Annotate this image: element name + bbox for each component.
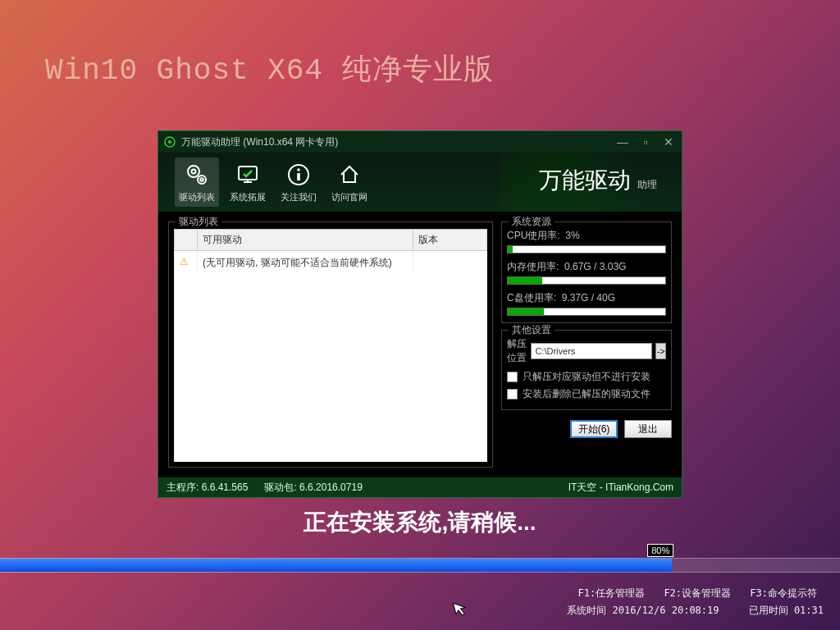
toolbar-driver-list[interactable]: 驱动列表 bbox=[175, 158, 219, 207]
extract-label: 解压位置 bbox=[507, 337, 527, 365]
maximize-button[interactable]: ▫ bbox=[637, 135, 654, 148]
fn-devmgr: F2:设备管理器 bbox=[664, 587, 731, 599]
elapsed-time: 01:31 bbox=[794, 605, 824, 616]
install-progress: 80% bbox=[0, 558, 840, 573]
toolbar: 驱动列表 系统拓展 关注我们 访问官网 万能驱动 助理 bbox=[158, 153, 682, 212]
svg-point-2 bbox=[188, 166, 199, 177]
titlebar[interactable]: 万能驱动助理 (Win10.x64 网卡专用) — ▫ ✕ bbox=[158, 131, 682, 153]
warning-icon: ⚠ bbox=[180, 256, 189, 267]
toolbar-follow-us[interactable]: 关注我们 bbox=[276, 158, 321, 207]
statusbar: 主程序: 6.6.41.565 驱动包: 6.6.2016.0719 IT天空 … bbox=[158, 477, 682, 497]
status-site: IT天空 - ITianKong.Com bbox=[568, 481, 673, 495]
svg-point-4 bbox=[198, 176, 206, 184]
exit-button[interactable]: 退出 bbox=[624, 420, 672, 438]
status-driver: 驱动包: 6.6.2016.0719 bbox=[264, 482, 362, 493]
monitor-icon bbox=[235, 162, 261, 188]
driver-list-panel: 驱动列表 可用驱动 版本 ⚠ (无可用驱动, 驱动可能不适合当前硬件系统) bbox=[168, 221, 493, 468]
checkbox-extract-only[interactable] bbox=[507, 372, 518, 382]
cpu-usage: CPU使用率: 3% bbox=[507, 229, 666, 253]
table-row: ⚠ (无可用驱动, 驱动可能不适合当前硬件系统) bbox=[175, 251, 487, 274]
svg-point-3 bbox=[192, 169, 196, 173]
progress-percent: 80% bbox=[647, 544, 673, 557]
disk-usage: C盘使用率: 9.37G / 40G bbox=[507, 291, 666, 316]
installing-message: 正在安装系统,请稍候... bbox=[0, 507, 840, 538]
svg-point-1 bbox=[168, 140, 171, 144]
other-settings-panel: 其他设置 解压位置 -> 只解压对应驱动但不进行安装 安装后删除已解压的驱动文件 bbox=[501, 330, 672, 410]
col-version[interactable]: 版本 bbox=[413, 230, 487, 251]
window-title: 万能驱动助理 (Win10.x64 网卡专用) bbox=[181, 135, 338, 149]
svg-point-8 bbox=[297, 168, 300, 171]
home-icon bbox=[336, 162, 363, 188]
toolbar-visit-site[interactable]: 访问官网 bbox=[327, 158, 372, 207]
close-button[interactable]: ✕ bbox=[660, 135, 677, 148]
toolbar-system-ext[interactable]: 系统拓展 bbox=[226, 158, 270, 207]
brand: 万能驱动 助理 bbox=[539, 165, 657, 196]
footer-info: F1:任务管理器 F2:设备管理器 F3:命令提示符 系统时间 2016/12/… bbox=[567, 585, 824, 620]
page-title: Win10 Ghost X64 纯净专业版 bbox=[45, 49, 494, 89]
gear-icon bbox=[184, 162, 210, 188]
minimize-button[interactable]: — bbox=[614, 135, 631, 148]
driver-table: 可用驱动 版本 ⚠ (无可用驱动, 驱动可能不适合当前硬件系统) bbox=[174, 229, 487, 462]
svg-point-5 bbox=[200, 178, 203, 181]
status-main: 主程序: 6.6.41.565 bbox=[167, 482, 248, 493]
system-time: 2016/12/6 20:08:19 bbox=[612, 605, 719, 616]
extract-path-input[interactable] bbox=[531, 343, 652, 359]
col-driver[interactable]: 可用驱动 bbox=[198, 230, 413, 251]
start-button[interactable]: 开始(6) bbox=[570, 420, 618, 438]
driver-assistant-window: 万能驱动助理 (Win10.x64 网卡专用) — ▫ ✕ 驱动列表 系统拓展 … bbox=[158, 130, 682, 498]
fn-cmd: F3:命令提示符 bbox=[750, 587, 817, 599]
cursor-icon bbox=[452, 599, 470, 621]
checkbox-delete-after[interactable] bbox=[507, 389, 518, 399]
svg-rect-6 bbox=[239, 167, 257, 180]
svg-rect-9 bbox=[297, 173, 300, 180]
system-resources-panel: 系统资源 CPU使用率: 3% 内存使用率: 0.67G / 3.03G C盘使… bbox=[501, 221, 672, 323]
browse-button[interactable]: -> bbox=[655, 343, 666, 359]
info-icon bbox=[285, 162, 312, 188]
app-icon bbox=[163, 135, 176, 148]
fn-taskmgr: F1:任务管理器 bbox=[578, 587, 645, 599]
memory-usage: 内存使用率: 0.67G / 3.03G bbox=[507, 260, 666, 285]
